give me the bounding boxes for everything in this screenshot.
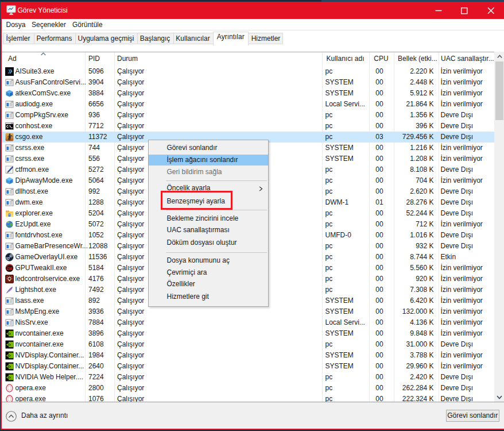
svg-text:GII: GII: [6, 266, 13, 271]
